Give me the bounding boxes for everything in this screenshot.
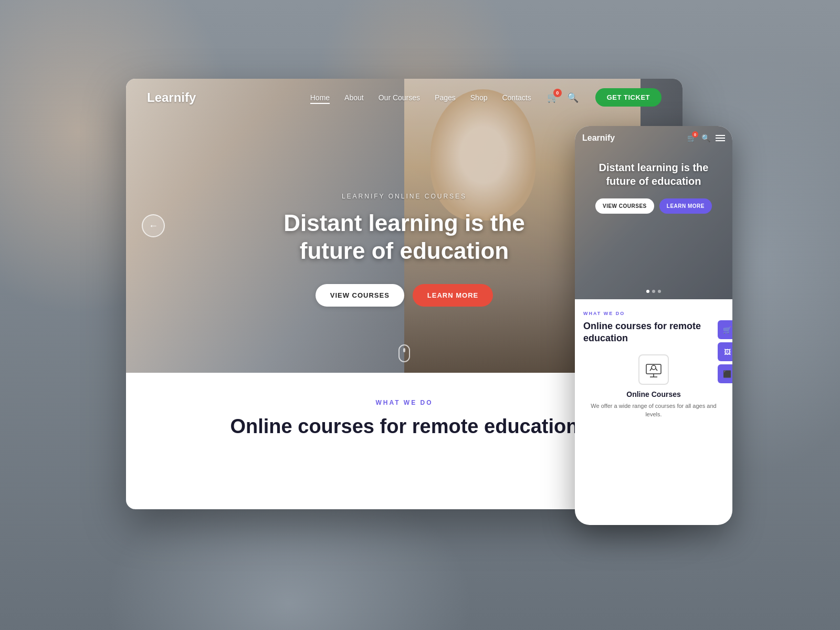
mobile-dot-indicator [646, 290, 661, 293]
mobile-search-icon[interactable]: 🔍 [701, 134, 710, 142]
svg-line-4 [650, 369, 652, 371]
view-courses-button[interactable]: VIEW COURSES [316, 284, 404, 307]
mobile-hero-content: Distant learning is the future of educat… [575, 150, 732, 224]
hamburger-line-3 [716, 140, 725, 141]
desktop-nav-links: Home About Our Courses Pages Shop [310, 93, 531, 102]
nav-item-shop[interactable]: Shop [470, 93, 488, 102]
float-layout-icon[interactable]: ⬛ [718, 364, 732, 383]
nav-link-about[interactable]: About [344, 93, 364, 102]
hamburger-line-1 [716, 135, 725, 136]
mobile-course-description: We offer a wide range of courses for all… [583, 402, 724, 419]
mobile-hero-title: Distant learning is the future of educat… [583, 161, 724, 188]
float-image-symbol: 🖼 [724, 348, 731, 356]
cart-badge: 0 [553, 89, 562, 97]
float-image-icon[interactable]: 🖼 [718, 342, 732, 361]
mobile-view-courses-button[interactable]: VIEW COURSES [595, 198, 654, 214]
nav-item-courses[interactable]: Our Courses [379, 93, 420, 102]
float-layout-symbol: ⬛ [723, 370, 731, 378]
scroll-mouse-icon [398, 344, 410, 362]
desktop-logo: Learnify [147, 90, 196, 105]
hamburger-line-2 [716, 138, 725, 139]
nav-item-about[interactable]: About [344, 93, 364, 102]
mobile-floating-icons: 🛒 🖼 ⬛ [718, 320, 732, 383]
desktop-navbar: Learnify Home About Our Courses Pages [126, 79, 682, 116]
mobile-section-title: Online courses for remote education [583, 320, 724, 345]
chevron-left-icon: ← [149, 220, 158, 232]
scene-wrapper: Learnify Home About Our Courses Pages [118, 63, 722, 567]
cart-button[interactable]: 🛒 0 [547, 92, 559, 103]
nav-item-home[interactable]: Home [310, 93, 330, 102]
course-icon-container [638, 354, 669, 385]
nav-link-contacts[interactable]: Contacts [502, 93, 531, 102]
nav-link-pages[interactable]: Pages [435, 93, 456, 102]
float-cart-symbol: 🛒 [723, 326, 731, 334]
mobile-cart-button[interactable]: 🛒 0 [687, 133, 696, 143]
nav-link-shop[interactable]: Shop [470, 93, 488, 102]
learn-more-button[interactable]: LEARN MORE [413, 284, 493, 307]
nav-link-home[interactable]: Home [310, 93, 330, 104]
float-cart-icon[interactable]: 🛒 [718, 320, 732, 339]
nav-item-pages[interactable]: Pages [435, 93, 456, 102]
get-ticket-button[interactable]: GET TICKET [595, 88, 662, 107]
dot-1 [646, 290, 649, 293]
hero-subtitle: LEARNIFY ONLINE COURSES [342, 193, 467, 200]
mobile-navbar: Learnify 🛒 0 🔍 [575, 126, 732, 150]
svg-point-3 [652, 365, 656, 370]
nav-item-contacts[interactable]: Contacts [502, 93, 531, 102]
scroll-indicator [398, 344, 410, 362]
desktop-nav-icons: 🛒 0 🔍 GET TICKET [547, 88, 662, 107]
dot-3 [658, 290, 661, 293]
mobile-hero: Learnify 🛒 0 🔍 Distant learning i [575, 126, 732, 299]
mobile-logo: Learnify [582, 133, 615, 143]
hero-title: Distant learning is the future of educat… [273, 209, 536, 265]
nav-link-courses[interactable]: Our Courses [379, 93, 420, 102]
dot-2 [652, 290, 655, 293]
mobile-mockup: Learnify 🛒 0 🔍 Distant learning i [575, 126, 732, 525]
mobile-section-tag: WHAT WE DO [583, 311, 724, 316]
mobile-nav-icons: 🛒 0 🔍 [687, 133, 725, 143]
hero-buttons: VIEW COURSES LEARN MORE [316, 284, 494, 307]
mobile-cart-badge: 0 [692, 131, 698, 138]
search-icon[interactable]: 🔍 [567, 92, 579, 103]
prev-arrow-button[interactable]: ← [142, 214, 165, 237]
mobile-learn-more-button[interactable]: LEARN MORE [659, 198, 712, 214]
svg-line-5 [656, 369, 657, 371]
mobile-course-title: Online Courses [626, 390, 680, 398]
mobile-course-card: Online Courses We offer a wide range of … [583, 354, 724, 419]
online-courses-icon [644, 360, 663, 379]
mobile-menu-button[interactable] [716, 135, 725, 141]
mobile-what-we-do: WHAT WE DO Online courses for remote edu… [575, 299, 732, 430]
mobile-hero-buttons: VIEW COURSES LEARN MORE [583, 198, 724, 214]
scroll-dot [403, 348, 405, 352]
